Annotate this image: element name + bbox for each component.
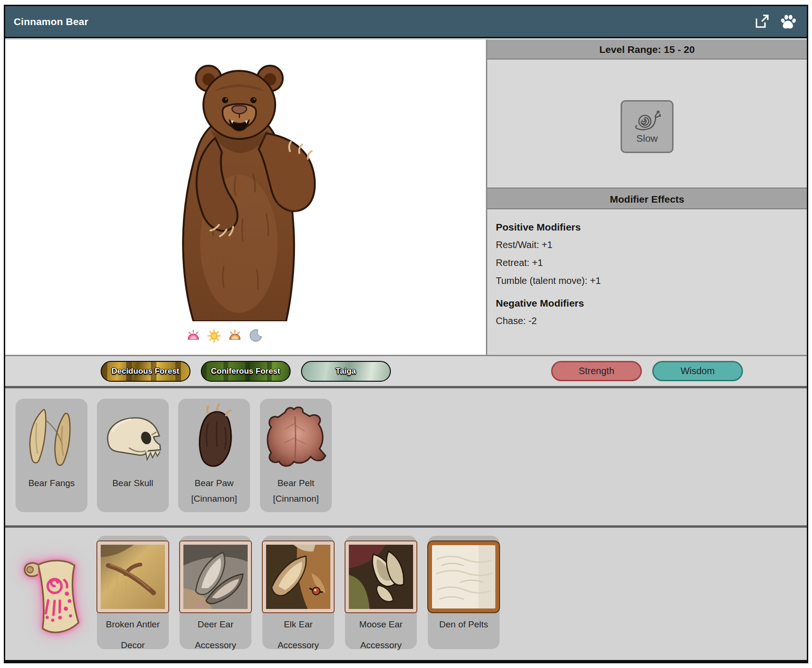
biome-tag-label: Taiga	[336, 367, 356, 376]
craft-card-broken-antler-decor[interactable]: Broken Antler Decor	[97, 536, 169, 649]
item-name: Den of Pelts	[428, 616, 500, 633]
biome-tag-label: Deciduous Forest	[112, 367, 180, 376]
bear-paw-icon	[180, 403, 249, 472]
item-name-2: Accessory	[262, 637, 334, 654]
paw-icon	[779, 13, 796, 30]
modifier-line: Chase: -2	[496, 316, 798, 326]
trait-slow-badge[interactable]: Slow	[621, 100, 674, 153]
drop-card-bear-pelt[interactable]: Bear Pelt [Cinnamon]	[260, 399, 332, 512]
day-icon	[207, 329, 221, 343]
item-name: Moose Ear	[345, 616, 417, 633]
modifier-effects-body: Positive Modifiers Rest/Wait: +1 Retreat…	[487, 212, 807, 355]
biome-tag-coniferous-forest[interactable]: Coniferous Forest	[201, 361, 291, 382]
trait-label: Slow	[636, 133, 658, 144]
positive-modifiers-heading: Positive Modifiers	[496, 222, 798, 233]
night-icon	[249, 329, 263, 343]
deer-ear-icon	[180, 541, 251, 612]
creature-image	[148, 59, 332, 321]
item-name: Bear Fangs	[16, 475, 87, 491]
recipe-scroll-icon[interactable]	[19, 554, 90, 639]
page-title: Cinnamon Bear	[5, 16, 88, 27]
moose-ear-icon	[346, 541, 416, 612]
item-name-2: Accessory	[180, 637, 251, 654]
wisdom-label: Wisdom	[681, 366, 715, 377]
dusk-icon	[228, 329, 242, 343]
window-frame: Cinnamon Bear	[4, 5, 808, 663]
biome-stats-row: Deciduous Forest Coniferous Forest Taiga…	[5, 355, 807, 386]
elk-ear-icon	[263, 541, 334, 612]
dawn-icon	[186, 329, 200, 343]
external-link-button[interactable]	[752, 12, 771, 31]
item-name: Elk Ear	[262, 616, 334, 633]
drops-row: Bear Fangs Bear Skull	[5, 388, 807, 525]
biome-tag-taiga[interactable]: Taiga	[301, 361, 391, 382]
craft-card-deer-ear-accessory[interactable]: Deer Ear Accessory	[180, 536, 251, 649]
item-name: Deer Ear	[180, 616, 251, 633]
biome-tag-deciduous-forest[interactable]: Deciduous Forest	[101, 361, 190, 382]
item-name: Broken Antler	[97, 616, 169, 633]
drop-card-bear-fangs[interactable]: Bear Fangs	[16, 399, 87, 512]
item-name: Bear Paw	[178, 475, 250, 491]
external-link-icon	[753, 13, 770, 30]
stat-button-group: Strength Wisdom	[487, 361, 807, 381]
craft-card-moose-ear-accessory[interactable]: Moose Ear Accessory	[345, 536, 417, 649]
modifier-line: Retreat: +1	[496, 257, 798, 268]
level-range-header: Level Range: 15 - 20	[487, 40, 807, 60]
bear-fangs-icon	[17, 403, 86, 472]
bear-skull-icon	[98, 403, 167, 472]
strength-button[interactable]: Strength	[551, 361, 642, 381]
item-variant: [Cinnamon]	[178, 491, 250, 506]
broken-antler-icon	[97, 541, 168, 612]
item-name-2: Decor	[97, 637, 169, 654]
info-panel: Level Range: 15 - 20 Slow	[487, 40, 807, 355]
craft-card-elk-ear-accessory[interactable]: Elk Ear Accessory	[262, 536, 334, 649]
den-of-pelts-icon	[428, 541, 499, 612]
active-time-row	[0, 329, 465, 343]
craft-card-den-of-pelts[interactable]: Den of Pelts	[428, 536, 500, 649]
bear-pelt-icon	[261, 403, 330, 472]
strength-label: Strength	[579, 366, 614, 377]
creature-image-panel	[5, 40, 486, 355]
item-name-2: Accessory	[345, 637, 417, 654]
item-name: Bear Pelt	[260, 475, 332, 491]
item-name: Bear Skull	[97, 475, 169, 491]
creature-detail-page: Cinnamon Bear	[0, 0, 812, 668]
biome-tag-label: Coniferous Forest	[211, 367, 280, 376]
drop-card-bear-skull[interactable]: Bear Skull	[97, 399, 169, 512]
item-variant: [Cinnamon]	[260, 491, 332, 506]
paw-button[interactable]	[778, 12, 797, 31]
drop-card-bear-paw[interactable]: Bear Paw [Cinnamon]	[178, 399, 250, 512]
wisdom-button[interactable]: Wisdom	[652, 361, 743, 381]
modifier-line: Tumble (talent move): +1	[496, 275, 798, 286]
modifier-effects-header: Modifier Effects	[487, 188, 807, 209]
craftables-row: Broken Antler Decor Deer	[5, 528, 807, 660]
snail-icon	[633, 110, 661, 131]
modifier-line: Rest/Wait: +1	[496, 240, 798, 250]
negative-modifiers-heading: Negative Modifiers	[496, 298, 798, 309]
title-bar: Cinnamon Bear	[5, 6, 807, 38]
biome-tag-list: Deciduous Forest Coniferous Forest Taiga	[5, 361, 486, 382]
title-bar-actions	[752, 12, 807, 31]
